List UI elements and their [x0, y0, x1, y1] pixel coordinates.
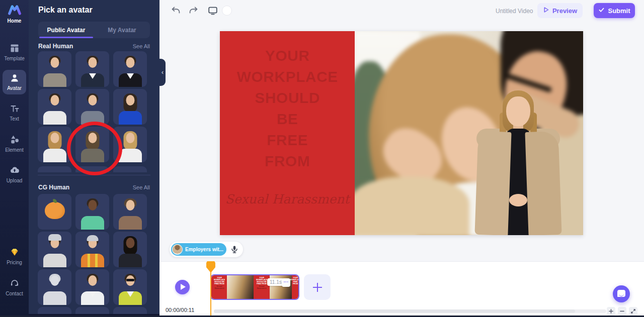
- chat-support-button[interactable]: [613, 285, 630, 302]
- avatar-thumb-woman-short-hair[interactable]: [113, 194, 147, 230]
- avatar-person-icon: [10, 73, 20, 84]
- sidebar-item-contact[interactable]: Contact: [0, 278, 29, 296]
- zoom-in-button[interactable]: [607, 307, 615, 315]
- video-title: Untitled Video: [496, 8, 533, 15]
- sidebar-item-label: Pricing: [7, 260, 22, 265]
- playhead-marker[interactable]: [206, 261, 215, 273]
- left-nav-rail: Home Template Avatar Text: [0, 0, 29, 317]
- voice-avatar-thumbnail: [172, 244, 183, 255]
- panel-collapse-handle[interactable]: ‹: [159, 59, 166, 86]
- avatar-thumb-man-patterned-shirt[interactable]: [75, 89, 109, 125]
- screen-ratio-button[interactable]: [207, 5, 218, 16]
- preview-button[interactable]: Preview: [537, 3, 583, 18]
- scrollbar-thumb[interactable]: [214, 309, 575, 313]
- sidebar-item-pricing[interactable]: Pricing: [0, 247, 29, 265]
- avatar-picker-panel: Pick an avatar Public Avatar My Avatar R…: [29, 0, 159, 317]
- sidebar-item-home[interactable]: Home: [0, 4, 29, 24]
- avatar-thumb-doctor[interactable]: [75, 269, 109, 305]
- clip-more-button[interactable]: ···: [282, 278, 290, 287]
- avatar-thumb-woman-white-blouse[interactable]: [113, 127, 147, 162]
- sidebar-item-label: Text: [10, 116, 19, 122]
- text-icon: [10, 103, 20, 115]
- element-shapes-icon: [10, 135, 20, 146]
- avatar-thumb-partial[interactable]: [75, 166, 109, 172]
- avatar-thumb-man-black-blazer[interactable]: [113, 51, 147, 87]
- avatar-thumb-man-navy-suit[interactable]: [75, 51, 109, 87]
- see-all-link[interactable]: See All: [133, 43, 150, 49]
- avatar-thumb-partial[interactable]: [38, 166, 71, 172]
- sidebar-item-avatar[interactable]: Avatar: [0, 73, 29, 91]
- clip-frame-red: YOURWORKPLACE FREEFROM: [292, 275, 298, 299]
- sidebar-item-label: Template: [4, 56, 25, 61]
- avatar-thumb-partial[interactable]: [75, 307, 109, 314]
- ai-avatar-overlay[interactable]: [470, 90, 566, 235]
- avatar-thumb-partial[interactable]: [38, 307, 71, 314]
- submit-button[interactable]: Submit: [594, 3, 635, 18]
- avatar-thumb-pumpkin-character[interactable]: [38, 194, 71, 230]
- redo-button[interactable]: [188, 5, 199, 16]
- section-header-cg-human: CG Human See All: [38, 184, 150, 191]
- avatar-thumb-partial[interactable]: [113, 307, 147, 314]
- sidebar-item-label: Upload: [7, 178, 23, 183]
- avatar-thumb-man-grey-shirt[interactable]: [38, 51, 71, 87]
- panel-title: Pick an avatar: [38, 6, 93, 15]
- avatar-thumb-woman-grey-dress-selected[interactable]: [75, 127, 109, 162]
- play-outline-icon: [543, 7, 549, 15]
- voice-clip-label: Employers wit...: [185, 247, 223, 252]
- avatar-thumb-construction-worker[interactable]: [75, 232, 109, 267]
- tab-my-avatar[interactable]: My Avatar: [94, 22, 150, 38]
- sidebar-item-label: Element: [5, 147, 24, 153]
- voice-clip-pill[interactable]: Employers wit...: [170, 242, 243, 257]
- submit-label: Submit: [608, 7, 630, 15]
- chevron-left-icon: ‹: [162, 69, 164, 76]
- avatar-thumb-partial[interactable]: [113, 166, 147, 172]
- slide-headline-text[interactable]: YOUR WORKPLACE SHOULD BE FREE FROM: [220, 48, 355, 168]
- avatar-thumb-david-statue[interactable]: [38, 269, 71, 305]
- sidebar-item-template[interactable]: Template: [0, 43, 29, 61]
- contact-headset-icon: [10, 278, 20, 289]
- brand-logo-icon: [7, 4, 22, 17]
- undo-button[interactable]: [171, 5, 182, 16]
- avatar-thumb-woman-white-top[interactable]: [38, 127, 71, 162]
- time-display: 00:00/00:11: [166, 307, 194, 313]
- sidebar-item-text[interactable]: Text: [0, 103, 29, 122]
- timeline-section: 00:00/00:11 YOUR WORKPLACE SHOULD BE FRE…: [159, 261, 644, 317]
- sidebar-item-label: Avatar: [7, 85, 22, 91]
- clip-frame-red: YOUR WORKPLACE SHOULD BE FREE FROM Sexua…: [211, 275, 227, 299]
- section-divider: [38, 175, 150, 175]
- avatar-thumb-woman-blue-blazer[interactable]: [113, 89, 147, 125]
- avatar-thumb-man-white-tshirt[interactable]: [38, 89, 71, 125]
- sidebar-item-upload[interactable]: Upload: [0, 165, 29, 183]
- cg-human-grid: [38, 194, 147, 305]
- zoom-out-button[interactable]: [618, 307, 626, 315]
- real-human-grid: [38, 51, 147, 162]
- voice-clip-chip[interactable]: Employers wit...: [171, 243, 226, 256]
- check-icon: [598, 7, 605, 15]
- upload-cloud-icon: [9, 165, 20, 176]
- slide-script-text[interactable]: Sexual Harassment: [220, 192, 355, 206]
- see-all-link[interactable]: See All: [133, 184, 150, 190]
- stock-footage-photo[interactable]: [355, 31, 583, 235]
- avatar-thumb-man-green-hoodie[interactable]: [75, 194, 109, 230]
- tab-public-avatar[interactable]: Public Avatar: [38, 22, 94, 38]
- timeline-scrollbar[interactable]: [214, 309, 606, 313]
- microphone-icon[interactable]: [230, 245, 239, 254]
- color-swatch-button[interactable]: [222, 6, 232, 16]
- avatar-thumb-chef[interactable]: [38, 232, 71, 267]
- clip-frame-photo: [227, 275, 254, 299]
- section-title: CG Human: [38, 184, 69, 191]
- add-scene-button[interactable]: [304, 274, 331, 300]
- video-canvas[interactable]: YOUR WORKPLACE SHOULD BE FREE FROM Sexua…: [220, 31, 583, 235]
- fit-timeline-button[interactable]: [629, 307, 637, 315]
- chat-bubble-icon: [617, 290, 625, 297]
- sidebar-item-element[interactable]: Element: [0, 135, 29, 153]
- avatar-thumb-man-yellow-suit[interactable]: [113, 269, 147, 305]
- cg-human-grid-overflow: [38, 307, 150, 314]
- timeline-play-button[interactable]: [175, 280, 190, 294]
- real-human-grid-overflow: [38, 166, 150, 172]
- sidebar-item-label: Home: [8, 18, 22, 24]
- template-icon: [10, 43, 20, 54]
- preview-label: Preview: [552, 7, 577, 15]
- avatar-thumb-woman-dark-blazer[interactable]: [113, 232, 147, 267]
- slide-red-panel[interactable]: YOUR WORKPLACE SHOULD BE FREE FROM Sexua…: [220, 31, 355, 235]
